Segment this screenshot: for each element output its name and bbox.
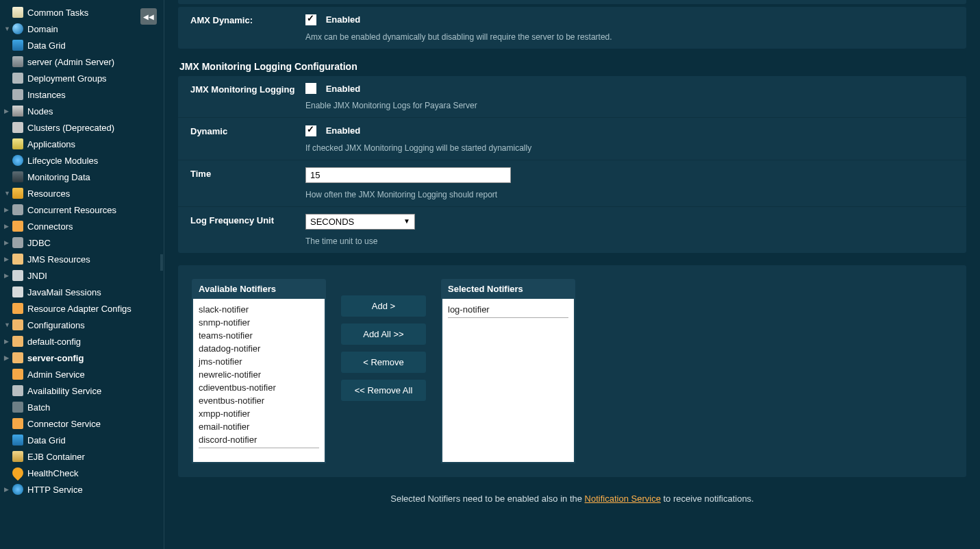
- list-separator: [448, 317, 568, 318]
- sidebar-item-label: JMS Resources: [27, 254, 90, 265]
- jmx-panel: JMX Monitoring Logging Enabled Enable JM…: [178, 76, 966, 253]
- footnote-pre: Selected Notifiers need to be enabled al…: [390, 493, 582, 504]
- sidebar-item-label: server-config: [27, 353, 84, 363]
- sidebar-item[interactable]: Monitoring Data: [0, 169, 164, 185]
- sidebar-item[interactable]: Clusters (Deprecated): [0, 119, 164, 136]
- sidebar-item[interactable]: ▶Nodes: [0, 103, 164, 119]
- sidebar-collapse-button[interactable]: ◀◀: [140, 8, 157, 25]
- node-icon: [12, 106, 23, 117]
- config-icon: [12, 352, 23, 363]
- sidebar-item[interactable]: ▶Concurrent Resources: [0, 202, 164, 218]
- sidebar-item[interactable]: EJB Container: [0, 448, 164, 465]
- list-item[interactable]: jms-notifier: [199, 355, 319, 368]
- jmx-unit-hint: The time unit to use: [305, 236, 954, 246]
- sidebar-item[interactable]: Applications: [0, 136, 164, 152]
- list-item[interactable]: datadog-notifier: [199, 342, 319, 355]
- sidebar-item-label: Deployment Groups: [27, 73, 107, 84]
- sidebar-item-label: Instances: [27, 90, 66, 100]
- available-notifiers-body[interactable]: slack-notifiersnmp-notifierteams-notifie…: [192, 299, 326, 463]
- remove-button[interactable]: < Remove: [341, 352, 426, 373]
- remove-all-button[interactable]: << Remove All: [341, 380, 426, 401]
- sidebar-item[interactable]: ▶server-config: [0, 350, 164, 366]
- batch-icon: [12, 402, 23, 413]
- sidebar-item-label: Availability Service: [27, 386, 101, 396]
- sidebar-item-label: HTTP Service: [27, 485, 83, 495]
- sidebar-item-label: server (Admin Server): [27, 57, 114, 67]
- sidebar-item[interactable]: Common Tasks: [0, 4, 164, 21]
- sidebar-item-label: Batch: [27, 402, 50, 413]
- instances-icon: [12, 89, 23, 100]
- sidebar-nav: ◀◀ Common Tasks▼DomainData Gridserver (A…: [0, 0, 164, 549]
- list-item[interactable]: cdieventbus-notifier: [199, 381, 319, 394]
- list-item[interactable]: discord-notifier: [199, 433, 319, 446]
- sidebar-item-label: Data Grid: [27, 40, 66, 51]
- sidebar-item[interactable]: Availability Service: [0, 382, 164, 399]
- sidebar-item-label: JavaMail Sessions: [27, 287, 101, 297]
- tree-caret-icon: ▶: [4, 239, 11, 246]
- tree-caret-icon: ▶: [4, 354, 11, 361]
- list-item[interactable]: log-notifier: [448, 303, 568, 316]
- tree-caret-icon: ▶: [4, 108, 11, 114]
- selected-notifiers-body[interactable]: log-notifier: [441, 299, 575, 463]
- sidebar-item[interactable]: ▼Domain: [0, 21, 164, 37]
- sidebar-item[interactable]: Instances: [0, 86, 164, 103]
- sidebar-item[interactable]: ▶JDBC: [0, 234, 164, 251]
- sidebar-item[interactable]: ▶HTTP Service: [0, 481, 164, 498]
- sidebar-item[interactable]: ▶JNDI: [0, 267, 164, 284]
- amx-dynamic-label: AMX Dynamic:: [190, 14, 305, 25]
- sidebar-item[interactable]: ▼Configurations: [0, 317, 164, 333]
- jmx-unit-select[interactable]: SECONDS ▼: [305, 214, 415, 230]
- tree-caret-icon: ▶: [4, 272, 11, 279]
- sidebar-item[interactable]: JavaMail Sessions: [0, 284, 164, 300]
- jmx-unit-value: SECONDS: [310, 217, 354, 227]
- list-item[interactable]: newrelic-notifier: [199, 368, 319, 381]
- jms-icon: [12, 254, 23, 265]
- sidebar-item[interactable]: Batch: [0, 399, 164, 415]
- list-item[interactable]: snmp-notifier: [199, 316, 319, 329]
- tasks-icon: [12, 7, 23, 18]
- list-item[interactable]: slack-notifier: [199, 303, 319, 316]
- sidebar-item[interactable]: Lifecycle Modules: [0, 152, 164, 169]
- tree-caret-icon: ▼: [4, 190, 11, 197]
- plug-icon: [12, 369, 23, 380]
- sidebar-item-label: Concurrent Resources: [27, 205, 116, 215]
- grid-icon: [12, 40, 23, 51]
- add-all-button[interactable]: Add All >>: [341, 324, 426, 345]
- tree-caret-icon: ▶: [4, 338, 11, 345]
- sidebar-item[interactable]: HealthCheck: [0, 465, 164, 481]
- list-item[interactable]: email-notifier: [199, 420, 319, 433]
- sidebar-item[interactable]: ▶Connectors: [0, 218, 164, 234]
- sidebar-item[interactable]: ▶JMS Resources: [0, 251, 164, 267]
- sidebar-item-label: Nodes: [27, 106, 53, 117]
- available-notifiers-listbox: Avaliable Notifiers slack-notifiersnmp-n…: [192, 279, 326, 463]
- sidebar-item-label: Resources: [27, 188, 70, 199]
- jmx-logging-hint: Enable JMX Monitoring Logs for Payara Se…: [305, 101, 954, 110]
- notification-service-link[interactable]: Notification Service: [585, 493, 661, 504]
- sidebar-item-label: EJB Container: [27, 452, 85, 462]
- panel-top-stub: [178, 0, 966, 4]
- sidebar-item[interactable]: Data Grid: [0, 432, 164, 448]
- list-item[interactable]: eventbus-notifier: [199, 394, 319, 407]
- sidebar-item[interactable]: Data Grid: [0, 37, 164, 53]
- sidebar-item-label: Clusters (Deprecated): [27, 123, 114, 133]
- sidebar-item[interactable]: ▶default-config: [0, 333, 164, 350]
- list-item[interactable]: teams-notifier: [199, 329, 319, 342]
- jmx-dynamic-checkbox[interactable]: [305, 125, 316, 136]
- sidebar-item[interactable]: Connector Service: [0, 415, 164, 432]
- sidebar-item[interactable]: Deployment Groups: [0, 70, 164, 86]
- jmx-time-input[interactable]: [305, 167, 511, 183]
- add-button[interactable]: Add >: [341, 295, 426, 317]
- footnote-post: to receive notifications.: [664, 493, 754, 504]
- amx-dynamic-checkbox[interactable]: [305, 14, 316, 25]
- sidebar-item-label: Connector Service: [27, 419, 101, 429]
- jmx-time-label: Time: [190, 167, 305, 179]
- sidebar-item[interactable]: ▼Resources: [0, 185, 164, 202]
- list-item[interactable]: xmpp-notifier: [199, 407, 319, 420]
- sidebar-item[interactable]: server (Admin Server): [0, 53, 164, 70]
- sidebar-item[interactable]: Admin Service: [0, 366, 164, 382]
- plug-icon: [12, 418, 23, 429]
- sidebar-item[interactable]: Resource Adapter Configs: [0, 300, 164, 317]
- jmx-logging-checkbox[interactable]: [305, 83, 316, 94]
- sidebar-resize-handle[interactable]: [160, 254, 164, 271]
- sidebar-item-label: Data Grid: [27, 435, 66, 446]
